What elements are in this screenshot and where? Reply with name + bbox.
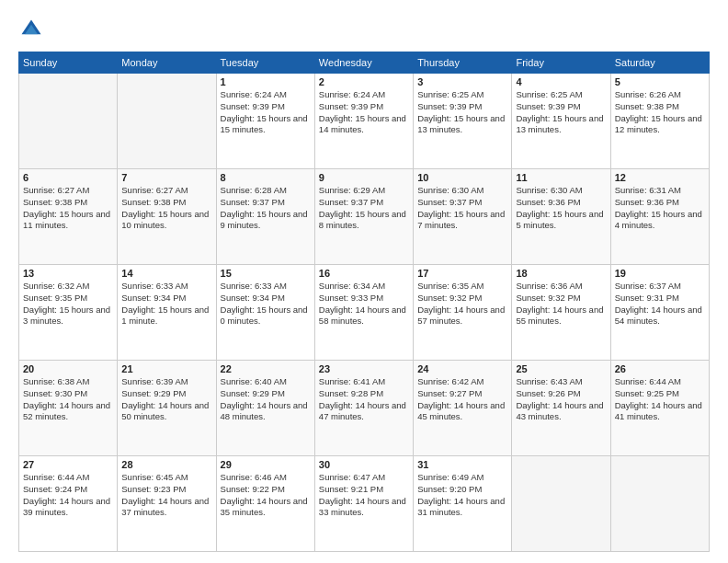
day-number: 9 xyxy=(319,172,409,183)
calendar-cell: 30Sunrise: 6:47 AM Sunset: 9:21 PM Dayli… xyxy=(314,456,413,552)
day-info: Sunrise: 6:27 AM Sunset: 9:38 PM Dayligh… xyxy=(121,185,211,232)
day-number: 6 xyxy=(23,172,113,183)
calendar-cell: 18Sunrise: 6:36 AM Sunset: 9:32 PM Dayli… xyxy=(512,265,610,361)
week-row-4: 20Sunrise: 6:38 AM Sunset: 9:30 PM Dayli… xyxy=(19,361,710,456)
calendar-cell: 6Sunrise: 6:27 AM Sunset: 9:38 PM Daylig… xyxy=(19,169,118,265)
day-info: Sunrise: 6:34 AM Sunset: 9:33 PM Dayligh… xyxy=(319,281,409,327)
day-number: 28 xyxy=(121,459,211,470)
calendar-cell: 10Sunrise: 6:30 AM Sunset: 9:37 PM Dayli… xyxy=(414,169,512,265)
calendar-cell: 29Sunrise: 6:46 AM Sunset: 9:22 PM Dayli… xyxy=(216,456,314,552)
day-number: 8 xyxy=(221,172,311,183)
calendar-cell: 2Sunrise: 6:24 AM Sunset: 9:39 PM Daylig… xyxy=(314,74,413,169)
day-info: Sunrise: 6:32 AM Sunset: 9:35 PM Dayligh… xyxy=(23,281,113,327)
weekday-header-saturday: Saturday xyxy=(610,52,709,74)
day-number: 27 xyxy=(23,459,113,470)
calendar-cell: 27Sunrise: 6:44 AM Sunset: 9:24 PM Dayli… xyxy=(19,456,118,552)
calendar-cell: 7Sunrise: 6:27 AM Sunset: 9:38 PM Daylig… xyxy=(118,169,216,265)
calendar-cell: 13Sunrise: 6:32 AM Sunset: 9:35 PM Dayli… xyxy=(19,265,118,361)
day-number: 7 xyxy=(121,172,211,183)
day-info: Sunrise: 6:30 AM Sunset: 9:37 PM Dayligh… xyxy=(417,185,507,232)
calendar-cell: 24Sunrise: 6:42 AM Sunset: 9:27 PM Dayli… xyxy=(414,361,512,456)
day-number: 12 xyxy=(615,172,705,183)
day-number: 5 xyxy=(615,76,705,87)
day-info: Sunrise: 6:38 AM Sunset: 9:30 PM Dayligh… xyxy=(23,376,113,423)
calendar-cell: 9Sunrise: 6:29 AM Sunset: 9:37 PM Daylig… xyxy=(314,169,413,265)
calendar-cell xyxy=(610,456,709,552)
weekday-header-tuesday: Tuesday xyxy=(216,52,314,74)
day-info: Sunrise: 6:49 AM Sunset: 9:20 PM Dayligh… xyxy=(417,472,507,519)
day-info: Sunrise: 6:24 AM Sunset: 9:39 PM Dayligh… xyxy=(221,89,311,136)
day-info: Sunrise: 6:28 AM Sunset: 9:37 PM Dayligh… xyxy=(221,185,311,232)
weekday-header-row: SundayMondayTuesdayWednesdayThursdayFrid… xyxy=(19,52,710,74)
day-info: Sunrise: 6:26 AM Sunset: 9:38 PM Dayligh… xyxy=(615,89,705,136)
calendar-cell: 21Sunrise: 6:39 AM Sunset: 9:29 PM Dayli… xyxy=(118,361,216,456)
day-number: 10 xyxy=(417,172,507,183)
day-number: 26 xyxy=(615,363,705,374)
calendar-cell xyxy=(512,456,610,552)
day-number: 11 xyxy=(516,172,606,183)
day-number: 23 xyxy=(319,363,409,374)
day-number: 29 xyxy=(221,459,311,470)
day-info: Sunrise: 6:47 AM Sunset: 9:21 PM Dayligh… xyxy=(319,472,409,519)
day-info: Sunrise: 6:33 AM Sunset: 9:34 PM Dayligh… xyxy=(121,281,211,327)
calendar-cell: 15Sunrise: 6:33 AM Sunset: 9:34 PM Dayli… xyxy=(216,265,314,361)
day-number: 30 xyxy=(319,459,409,470)
day-info: Sunrise: 6:44 AM Sunset: 9:25 PM Dayligh… xyxy=(615,376,705,423)
day-number: 3 xyxy=(417,76,507,87)
day-info: Sunrise: 6:29 AM Sunset: 9:37 PM Dayligh… xyxy=(319,185,409,232)
day-number: 17 xyxy=(417,268,507,279)
day-number: 15 xyxy=(221,268,311,279)
day-number: 24 xyxy=(417,363,507,374)
day-info: Sunrise: 6:31 AM Sunset: 9:36 PM Dayligh… xyxy=(615,185,705,232)
day-info: Sunrise: 6:27 AM Sunset: 9:38 PM Dayligh… xyxy=(23,185,113,232)
weekday-header-sunday: Sunday xyxy=(19,52,118,74)
week-row-3: 13Sunrise: 6:32 AM Sunset: 9:35 PM Dayli… xyxy=(19,265,710,361)
day-info: Sunrise: 6:35 AM Sunset: 9:32 PM Dayligh… xyxy=(417,281,507,327)
calendar-cell: 1Sunrise: 6:24 AM Sunset: 9:39 PM Daylig… xyxy=(216,74,314,169)
day-info: Sunrise: 6:42 AM Sunset: 9:27 PM Dayligh… xyxy=(417,376,507,423)
calendar-table: SundayMondayTuesdayWednesdayThursdayFrid… xyxy=(18,52,710,552)
day-number: 13 xyxy=(23,268,113,279)
calendar-cell: 19Sunrise: 6:37 AM Sunset: 9:31 PM Dayli… xyxy=(610,265,709,361)
calendar-cell xyxy=(118,74,216,169)
day-number: 16 xyxy=(319,268,409,279)
weekday-header-friday: Friday xyxy=(512,52,610,74)
day-info: Sunrise: 6:30 AM Sunset: 9:36 PM Dayligh… xyxy=(516,185,606,232)
calendar-cell: 5Sunrise: 6:26 AM Sunset: 9:38 PM Daylig… xyxy=(610,74,709,169)
week-row-5: 27Sunrise: 6:44 AM Sunset: 9:24 PM Dayli… xyxy=(19,456,710,552)
weekday-header-wednesday: Wednesday xyxy=(314,52,413,74)
day-number: 19 xyxy=(615,268,705,279)
week-row-1: 1Sunrise: 6:24 AM Sunset: 9:39 PM Daylig… xyxy=(19,74,710,169)
calendar-cell: 14Sunrise: 6:33 AM Sunset: 9:34 PM Dayli… xyxy=(118,265,216,361)
calendar-cell: 8Sunrise: 6:28 AM Sunset: 9:37 PM Daylig… xyxy=(216,169,314,265)
day-number: 22 xyxy=(221,363,311,374)
day-info: Sunrise: 6:46 AM Sunset: 9:22 PM Dayligh… xyxy=(221,472,311,519)
day-number: 2 xyxy=(319,76,409,87)
day-number: 21 xyxy=(121,363,211,374)
calendar-cell: 23Sunrise: 6:41 AM Sunset: 9:28 PM Dayli… xyxy=(314,361,413,456)
day-number: 31 xyxy=(417,459,507,470)
calendar-cell: 28Sunrise: 6:45 AM Sunset: 9:23 PM Dayli… xyxy=(118,456,216,552)
day-info: Sunrise: 6:39 AM Sunset: 9:29 PM Dayligh… xyxy=(121,376,211,423)
day-number: 14 xyxy=(121,268,211,279)
day-number: 25 xyxy=(516,363,606,374)
calendar-cell: 4Sunrise: 6:25 AM Sunset: 9:39 PM Daylig… xyxy=(512,74,610,169)
logo xyxy=(18,17,48,42)
day-number: 4 xyxy=(516,76,606,87)
day-number: 1 xyxy=(221,76,311,87)
day-info: Sunrise: 6:37 AM Sunset: 9:31 PM Dayligh… xyxy=(615,281,705,327)
calendar-cell: 11Sunrise: 6:30 AM Sunset: 9:36 PM Dayli… xyxy=(512,169,610,265)
calendar-cell: 3Sunrise: 6:25 AM Sunset: 9:39 PM Daylig… xyxy=(414,74,512,169)
calendar-cell: 25Sunrise: 6:43 AM Sunset: 9:26 PM Dayli… xyxy=(512,361,610,456)
day-number: 18 xyxy=(516,268,606,279)
day-info: Sunrise: 6:25 AM Sunset: 9:39 PM Dayligh… xyxy=(516,89,606,136)
day-info: Sunrise: 6:41 AM Sunset: 9:28 PM Dayligh… xyxy=(319,376,409,423)
calendar-cell xyxy=(19,74,118,169)
page-header xyxy=(18,17,710,42)
day-info: Sunrise: 6:44 AM Sunset: 9:24 PM Dayligh… xyxy=(23,472,113,519)
day-info: Sunrise: 6:33 AM Sunset: 9:34 PM Dayligh… xyxy=(221,281,311,327)
weekday-header-thursday: Thursday xyxy=(414,52,512,74)
weekday-header-monday: Monday xyxy=(118,52,216,74)
calendar-cell: 22Sunrise: 6:40 AM Sunset: 9:29 PM Dayli… xyxy=(216,361,314,456)
day-info: Sunrise: 6:43 AM Sunset: 9:26 PM Dayligh… xyxy=(516,376,606,423)
